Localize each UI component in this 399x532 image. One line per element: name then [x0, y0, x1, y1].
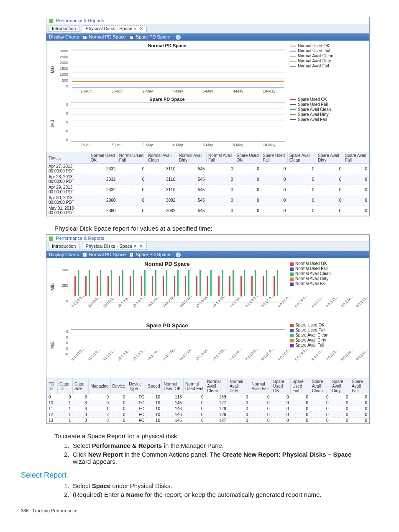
cell: 127	[205, 418, 228, 424]
col-header[interactable]: Spare Avail Dirty	[330, 378, 350, 394]
cell: 0	[207, 195, 235, 206]
legend-label: Normal Avail Clean	[295, 271, 331, 276]
col-header[interactable]: PD ID	[47, 378, 58, 394]
tab-physical-disks-space[interactable]: Physical Disks - Space × ✕	[82, 25, 147, 32]
tab-physical-disks-space[interactable]: Physical Disks - Space × ✕	[82, 243, 147, 250]
col-header[interactable]: Spare Avail Fail	[350, 378, 369, 394]
cell: 0	[261, 185, 288, 195]
table-row[interactable]: 00300FC1011301590000000	[47, 394, 369, 400]
legend-item: Normal Avail Dirty	[290, 276, 336, 281]
table-row[interactable]: Apr 28, 2013 00:00:00 PDT233203110545000…	[47, 174, 369, 185]
table-row[interactable]: 101300FC1014501270000000	[47, 400, 369, 406]
bar	[78, 270, 79, 296]
table-row[interactable]: Apr 29, 2013 00:00:00 PDT233203110545000…	[47, 185, 369, 195]
legend-swatch	[290, 339, 294, 342]
legend-item: Spare Avail Dirty	[290, 112, 336, 117]
col-header[interactable]: Normal Avail Dirty	[228, 378, 250, 394]
bar-group	[107, 270, 115, 296]
col-header[interactable]: Normal Used OK	[89, 152, 117, 164]
cell: 1	[57, 406, 72, 412]
tab-introduction[interactable]: Introduction	[48, 243, 79, 249]
legend-item: Spare Used OK	[290, 323, 336, 327]
table-row[interactable]: 121320FC1014601260000000	[47, 412, 369, 418]
tab-label: Physical Disks - Space ×	[86, 26, 136, 31]
legend-label: Normal Used Fail	[295, 266, 327, 271]
cell: 0	[350, 418, 369, 424]
col-header[interactable]: Normal Used OK	[162, 378, 184, 394]
bar-group	[163, 270, 171, 296]
cell: 545	[177, 206, 206, 216]
table-row[interactable]: 131330FC1014501270000000	[47, 418, 369, 424]
table-row[interactable]: Apr 27, 2013 00:00:00 PDT233203110545000…	[47, 164, 369, 174]
col-header[interactable]: Normal Used Fail	[184, 378, 205, 394]
col-header[interactable]: Normal Avail Clean	[146, 152, 177, 164]
legend-item: Spare Avail Clean	[290, 107, 336, 112]
legend-label: Normal Used Fail	[298, 49, 330, 53]
bar	[97, 276, 98, 296]
checkbox-normal-pd-space[interactable]: ✓	[83, 35, 87, 39]
legend-item: Spare Avail Clean	[290, 333, 336, 337]
col-header[interactable]: Device Type	[127, 378, 146, 394]
col-header[interactable]: Spare Used Fail	[261, 152, 288, 164]
legend-label: Spare Avail Clean	[295, 333, 328, 337]
cell: 10	[146, 418, 162, 424]
table-row[interactable]: Apr 30, 2013 00:00:00 PDT236003082545000…	[47, 195, 369, 206]
col-header[interactable]: Normal Avail Fail	[250, 378, 271, 394]
close-icon[interactable]: ✕	[139, 244, 143, 249]
cell: Apr 29, 2013 00:00:00 PDT	[47, 185, 89, 195]
col-header[interactable]: Spare Used OK	[235, 152, 261, 164]
cell: 0	[310, 394, 330, 400]
y-ticks: 300025002000150010005000	[54, 49, 68, 88]
chart-spare-pd-space: Spare PD Space MiB 000-0-0 28-Apr30-Apr2…	[49, 97, 367, 149]
cell: 0	[184, 406, 205, 412]
col-header[interactable]: Cage ID	[57, 378, 72, 394]
cell: 0	[110, 394, 127, 400]
table-row[interactable]: 111310FC1014601260000000	[47, 406, 369, 412]
checkbox-spare-pd-space[interactable]: ✓	[130, 35, 134, 39]
cell: 146	[162, 412, 184, 418]
col-header[interactable]: Speed	[146, 378, 162, 394]
cell: 0	[184, 412, 205, 418]
col-header[interactable]: Normal Avail Fail	[207, 152, 235, 164]
col-header[interactable]: Spare Avail Clean	[310, 378, 330, 394]
cell: 3110	[146, 164, 177, 174]
tab-introduction[interactable]: Introduction	[48, 25, 79, 32]
bar-group	[263, 270, 271, 296]
info-icon[interactable]: i	[176, 252, 181, 257]
bar	[163, 276, 164, 296]
bars	[71, 268, 285, 296]
cell: FC	[127, 412, 146, 418]
col-header[interactable]: Spare Used Fail	[291, 378, 310, 394]
x-ticks: 0:0:3:0:0:...10:1:3:0...11:1:3:1...12:1:…	[71, 306, 285, 320]
bar	[277, 270, 278, 296]
legend-label: Spare Used Fail	[295, 328, 325, 332]
col-header[interactable]: Spare Used OK	[271, 378, 291, 394]
checkbox-normal-pd-space[interactable]: ✓	[83, 253, 87, 257]
col-header[interactable]: Normal Used Fail	[117, 152, 146, 164]
legend-item: Spare Avail Fail	[290, 117, 336, 122]
col-header[interactable]: Normal Avail Clean	[205, 378, 228, 394]
col-header[interactable]: Time △	[47, 152, 89, 164]
legend-swatch	[290, 324, 294, 327]
col-header[interactable]: Spare Avail Dirty	[316, 152, 343, 164]
legend-swatch	[290, 114, 296, 115]
cell: 3	[72, 406, 88, 412]
legend-swatch	[290, 66, 296, 67]
cell: 0	[235, 185, 261, 195]
cell: 0	[310, 406, 330, 412]
cell: 126	[205, 412, 228, 418]
col-header[interactable]: Device	[110, 378, 127, 394]
info-icon[interactable]: i	[176, 35, 181, 40]
col-header[interactable]: Spare Avail Fail	[343, 152, 369, 164]
table-row[interactable]: May 01, 2013 00:00:00 PDT236003082545000…	[47, 206, 369, 216]
col-header[interactable]: Magazine	[89, 378, 110, 394]
col-header[interactable]: Cage Size	[72, 378, 88, 394]
checkbox-spare-pd-space[interactable]: ✓	[130, 253, 134, 257]
col-header[interactable]: Normal Avail Dirty	[177, 152, 206, 164]
legend-item: Normal Used OK	[290, 261, 336, 266]
bar	[274, 276, 275, 296]
close-icon[interactable]: ✕	[139, 26, 143, 31]
bar	[141, 276, 142, 296]
cell: 2360	[89, 195, 117, 206]
col-header[interactable]: Spare Avail Clean	[287, 152, 316, 164]
